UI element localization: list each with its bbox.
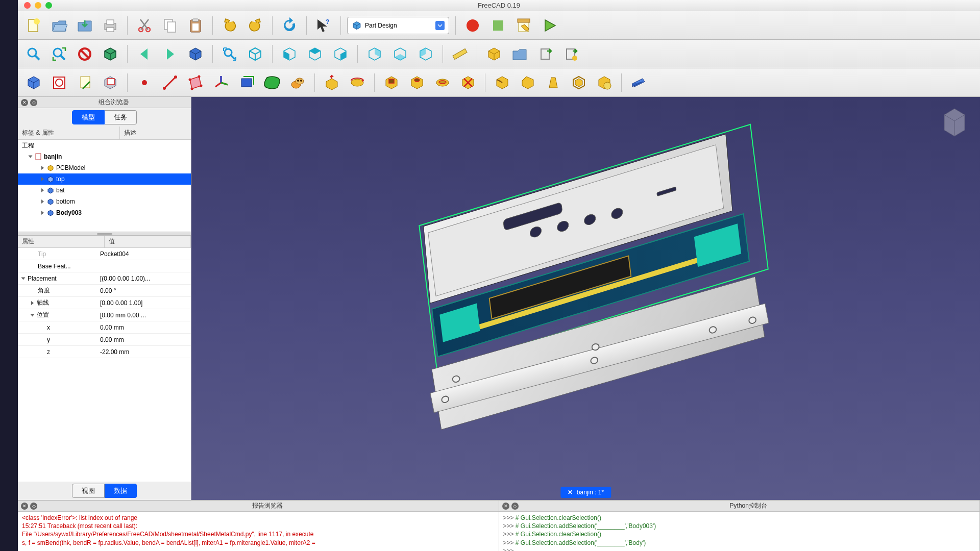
- subtractive-button[interactable]: [457, 72, 479, 93]
- tree-item-top[interactable]: top: [18, 173, 191, 185]
- macro-edit-button[interactable]: [513, 15, 534, 36]
- edit-sketch-button[interactable]: [74, 72, 95, 93]
- datum-cs-button[interactable]: [210, 72, 232, 93]
- navigation-cube[interactable]: [934, 102, 975, 143]
- report-undock-button[interactable]: ◇: [30, 503, 37, 510]
- window-zoom-icon[interactable]: [45, 2, 52, 9]
- report-close-button[interactable]: ✕: [21, 503, 28, 510]
- groove-button[interactable]: [432, 72, 453, 93]
- property-row[interactable]: 轴线[0.00 0.00 1.00]: [18, 297, 191, 309]
- fillet-button[interactable]: [492, 72, 513, 93]
- print-button[interactable]: [100, 15, 121, 36]
- nav-back-button[interactable]: [134, 43, 155, 65]
- zoom-fit-button[interactable]: [219, 43, 240, 65]
- view-front-button[interactable]: [279, 43, 300, 65]
- expand-icon[interactable]: [41, 166, 44, 170]
- expand-icon[interactable]: [41, 188, 44, 192]
- expand-icon[interactable]: [31, 314, 35, 316]
- property-row[interactable]: 角度0.00 °: [18, 285, 191, 297]
- prop-value[interactable]: 0.00 °: [97, 287, 191, 294]
- view-bottom-button[interactable]: [389, 43, 411, 65]
- create-body-button[interactable]: [23, 72, 44, 93]
- pocket-button[interactable]: [381, 72, 402, 93]
- datum-point-button[interactable]: [134, 72, 155, 93]
- redo-button[interactable]: [244, 15, 266, 36]
- view-rear-button[interactable]: [364, 43, 385, 65]
- bounding-box-button[interactable]: [100, 43, 121, 65]
- property-row[interactable]: TipPocket004: [18, 248, 191, 260]
- property-grid[interactable]: TipPocket004Base Feat...Placement[(0.00 …: [18, 248, 191, 482]
- fit-selection-button[interactable]: [48, 43, 70, 65]
- prop-value[interactable]: -22.00 mm: [97, 348, 191, 356]
- tree-root[interactable]: 工程: [18, 140, 191, 151]
- tab-task[interactable]: 任务: [105, 110, 137, 124]
- whatsthis-button[interactable]: ?: [313, 15, 334, 36]
- prop-value[interactable]: 0.00 mm: [97, 324, 191, 331]
- expand-icon[interactable]: [31, 301, 34, 305]
- tab-view[interactable]: 视图: [72, 484, 105, 498]
- tree-item-PCBModel[interactable]: PCBModel: [18, 162, 191, 173]
- shape-binder-button[interactable]: [236, 72, 257, 93]
- cut-button[interactable]: [134, 15, 155, 36]
- tab-data[interactable]: 数据: [105, 484, 137, 498]
- fit-all-button[interactable]: [23, 43, 44, 65]
- view-left-button[interactable]: [415, 43, 436, 65]
- save-button[interactable]: [74, 15, 95, 36]
- property-row[interactable]: z-22.00 mm: [18, 346, 191, 358]
- expand-icon[interactable]: [41, 177, 44, 181]
- pad-button[interactable]: [321, 72, 342, 93]
- create-sketch-button[interactable]: [48, 72, 70, 93]
- map-sketch-button[interactable]: [100, 72, 121, 93]
- report-content[interactable]: <class 'IndexError'>: list index out of …: [18, 512, 499, 551]
- macro-stop-button[interactable]: [487, 15, 509, 36]
- 3d-viewport[interactable]: ✕ banjin : 1*: [191, 97, 980, 500]
- prop-value[interactable]: 0.00 mm: [97, 336, 191, 343]
- link-actions-button[interactable]: [560, 43, 581, 65]
- panel-close-button[interactable]: ✕: [21, 99, 28, 106]
- axonometric-button[interactable]: [244, 43, 266, 65]
- macro-run-button[interactable]: [538, 15, 560, 36]
- splitter[interactable]: [18, 232, 191, 236]
- sub-shape-binder-button[interactable]: [261, 72, 283, 93]
- property-row[interactable]: Placement[(0.00 0.00 1.00)...: [18, 272, 191, 285]
- group-button[interactable]: [509, 43, 530, 65]
- tab-model[interactable]: 模型: [72, 110, 105, 124]
- hole-button[interactable]: [406, 72, 428, 93]
- copy-button[interactable]: [159, 15, 181, 36]
- part-button[interactable]: [483, 43, 505, 65]
- datum-plane-button[interactable]: [185, 72, 206, 93]
- prop-value[interactable]: [0.00 mm 0.00 ...: [97, 312, 191, 319]
- undo-button[interactable]: [219, 15, 240, 36]
- panel-undock-button[interactable]: ◇: [30, 99, 37, 106]
- open-file-button[interactable]: [48, 15, 70, 36]
- macro-record-button[interactable]: [462, 15, 483, 36]
- draw-style-button[interactable]: [74, 43, 95, 65]
- property-row[interactable]: 位置[0.00 mm 0.00 ...: [18, 309, 191, 321]
- tree-item-bat[interactable]: bat: [18, 185, 191, 196]
- python-content[interactable]: >>> # Gui.Selection.clearSelection()>>> …: [499, 512, 980, 551]
- measure-button[interactable]: [449, 43, 471, 65]
- thickness-button[interactable]: [568, 72, 590, 93]
- model-tree[interactable]: 工程 banjinPCBModeltopbatbottomBody003: [18, 140, 191, 232]
- sheetmetal-base-button[interactable]: [628, 72, 649, 93]
- refresh-button[interactable]: [279, 15, 300, 36]
- boolean-button[interactable]: [594, 72, 615, 93]
- prop-value[interactable]: Pocket004: [97, 251, 191, 258]
- prop-value[interactable]: [(0.00 0.00 1.00)...: [97, 275, 191, 282]
- revolution-button[interactable]: [347, 72, 368, 93]
- tree-item-Body003[interactable]: Body003: [18, 207, 191, 218]
- property-row[interactable]: y0.00 mm: [18, 334, 191, 346]
- link-make-button[interactable]: [534, 43, 556, 65]
- expand-icon[interactable]: [41, 211, 44, 215]
- workbench-selector[interactable]: Part Design: [347, 17, 449, 34]
- python-close-button[interactable]: ✕: [502, 503, 509, 510]
- python-undock-button[interactable]: ◇: [511, 503, 519, 510]
- window-minimize-icon[interactable]: [35, 2, 41, 9]
- tree-item-bottom[interactable]: bottom: [18, 196, 191, 207]
- view-top-button[interactable]: [304, 43, 326, 65]
- close-tab-icon[interactable]: ✕: [568, 489, 573, 496]
- property-row[interactable]: Base Feat...: [18, 260, 191, 272]
- view-right-button[interactable]: [330, 43, 351, 65]
- datum-line-button[interactable]: [159, 72, 181, 93]
- expand-icon[interactable]: [41, 199, 44, 204]
